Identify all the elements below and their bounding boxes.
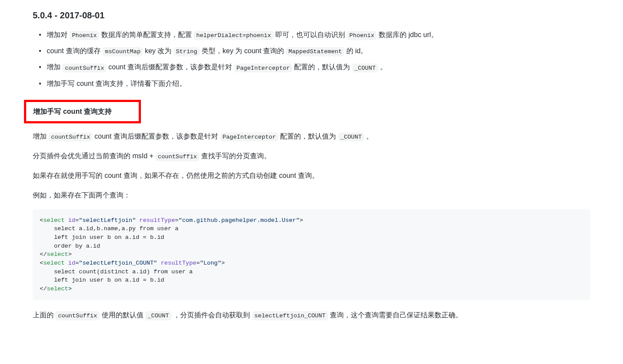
inline-code: PageInterceptor	[234, 64, 292, 72]
code-line: select a.id,b.name,a.py from user a	[40, 225, 178, 232]
paragraph-2: 分页插件会优先通过当前查询的 msId + countSuffix 查找手写的分…	[33, 150, 590, 162]
paragraph-5: 上面的 countSuffix 使用的默认值 _COUNT ，分页插件会自动获取…	[33, 309, 590, 321]
code-line: </select>	[40, 286, 72, 292]
code-line: <select id="selectLeftjoin" resultType="…	[40, 217, 303, 224]
inline-code: countSuffix	[55, 311, 99, 320]
inline-code: _COUNT	[145, 311, 171, 320]
inline-code: countSuffix	[155, 152, 199, 161]
section-heading: 5.0.4 - 2017-08-01	[33, 9, 590, 22]
highlighted-subheading-box: 增加手写 count 查询支持	[24, 100, 141, 123]
inline-code: _COUNT	[352, 64, 378, 72]
code-line: left join user b on a.id = b.id	[40, 277, 164, 283]
inline-code: PageInterceptor	[220, 133, 278, 141]
paragraph-3: 如果存在就使用手写的 count 查询，如果不存在，仍然使用之前的方式自动创建 …	[33, 170, 590, 181]
inline-code: countSuffix	[62, 64, 106, 72]
code-line: left join user b on a.id = b.id	[40, 234, 164, 241]
list-item: count 查询的缓存 msCountMap key 改为 String 类型，…	[47, 45, 590, 57]
inline-code: selectLeftjoin_COUNT	[252, 311, 328, 320]
paragraph-4: 例如，如果存在下面两个查询：	[33, 189, 590, 201]
xml-code-block: <select id="selectLeftjoin" resultType="…	[33, 209, 590, 300]
changelog-list: 增加对 Phoenix 数据库的简单配置支持，配置 helperDialect=…	[33, 29, 590, 89]
code-line: <select id="selectLeftjoin_COUNT" result…	[40, 260, 225, 266]
inline-code: Phoenix	[347, 31, 377, 40]
inline-code: Phoenix	[69, 31, 99, 40]
inline-code: MappedStatement	[286, 47, 344, 56]
code-line: </select>	[40, 251, 72, 258]
list-item: 增加 countSuffix count 查询后缀配置参数，该参数是针对 Pag…	[47, 61, 590, 73]
inline-code: String	[174, 47, 200, 56]
inline-code: helperDialect=phoenix	[194, 31, 273, 40]
list-item: 增加对 Phoenix 数据库的简单配置支持，配置 helperDialect=…	[47, 29, 590, 41]
paragraph-1: 增加 countSuffix count 查询后缀配置参数，该参数是针对 Pag…	[33, 130, 590, 142]
inline-code: msCountMap	[103, 47, 143, 56]
code-line: order by a.id	[40, 243, 100, 249]
inline-code: _COUNT	[338, 133, 364, 141]
inline-code: countSuffix	[48, 133, 92, 141]
code-line: select count(distinct a.id) from user a	[40, 269, 193, 275]
list-item: 增加手写 count 查询支持，详情看下面介绍。	[47, 78, 590, 89]
sub-heading: 增加手写 count 查询支持	[33, 105, 112, 119]
